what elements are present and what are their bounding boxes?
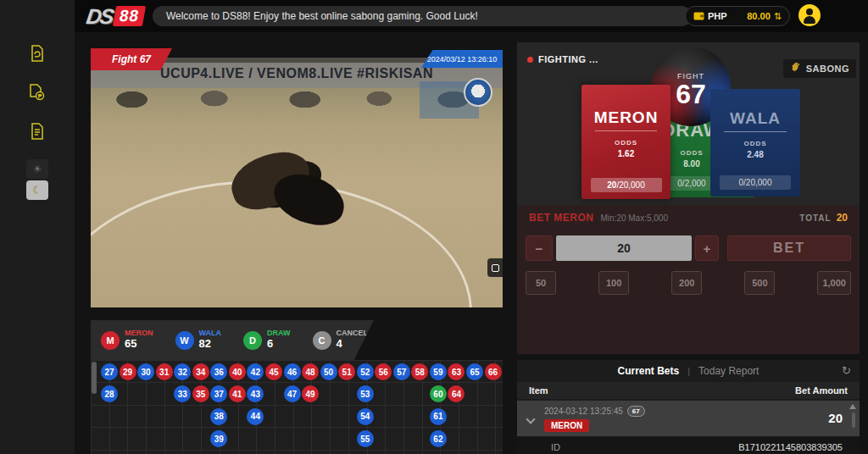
theme-dark-button[interactable]: ☾ xyxy=(26,180,48,200)
chevron-down-icon[interactable] xyxy=(526,414,535,424)
sidebar-item-records[interactable] xyxy=(26,122,48,144)
fight-number-banner: Fight 67 xyxy=(91,48,172,70)
sabong-badge[interactable]: SABONG xyxy=(783,59,856,78)
bet-amount-value: 20 xyxy=(828,411,843,425)
result-circle: 60 xyxy=(430,385,447,402)
results-summary: M MERON 65 W WALA 82 D DRAW 6 C CANCEL xyxy=(91,320,374,360)
bet-plus-button[interactable]: + xyxy=(695,235,719,261)
wala-title: WALA xyxy=(730,109,781,128)
result-circle: 56 xyxy=(375,363,392,380)
result-circle: 63 xyxy=(448,363,465,380)
result-circle: 28 xyxy=(101,385,118,402)
bet-id-row: ID B1710221145803839305 xyxy=(517,437,860,454)
balance-value: 80.00 xyxy=(747,11,771,21)
grid-scrollbar[interactable] xyxy=(92,362,97,394)
top-bar: DS 88 Welcome to DS88! Enjoy the best on… xyxy=(75,0,868,32)
amount-column-header: Bet Amount xyxy=(795,385,848,396)
stat-meron: M MERON 65 xyxy=(101,329,153,350)
doc-list-icon xyxy=(29,122,46,144)
bet-amount-input[interactable]: 20 xyxy=(556,235,692,261)
result-circle: 33 xyxy=(174,385,191,402)
result-circle: 49 xyxy=(302,385,319,402)
tab-current-bets[interactable]: Current Bets xyxy=(618,365,680,377)
wala-progress: 0/20,000 xyxy=(720,175,792,190)
welcome-banner: Welcome to DS88! Enjoy the best online s… xyxy=(153,6,692,26)
live-dot-icon xyxy=(527,57,533,63)
bet-minus-button[interactable]: − xyxy=(526,235,553,261)
fight-number-badge: 67 xyxy=(627,406,645,417)
video-stream[interactable]: UCUP4.LIVE / VENOM8.LIVE #RISKISAN xyxy=(91,58,503,307)
chip-200[interactable]: 200 xyxy=(671,271,702,295)
result-circle: 52 xyxy=(357,363,374,380)
balance-refresh-icon[interactable]: ⇅ xyxy=(774,11,782,22)
scroll-up-icon[interactable] xyxy=(849,404,856,409)
result-circle: 62 xyxy=(430,430,447,447)
stat-wala-count: 82 xyxy=(199,338,222,350)
doc-money-icon: ₱ xyxy=(28,83,47,105)
chip-500[interactable]: 500 xyxy=(744,271,775,295)
chip-50[interactable]: 50 xyxy=(526,271,556,295)
currency-pill[interactable]: PHP 80.00 ⇅ xyxy=(685,6,790,26)
stat-cancel: C CANCEL 4 xyxy=(313,329,369,350)
total-value: 20 xyxy=(837,212,848,224)
expand-video-button[interactable] xyxy=(487,258,503,277)
result-circle: 64 xyxy=(448,385,465,402)
video-player[interactable]: UCUP4.LIVE / VENOM8.LIVE #RISKISAN Fight… xyxy=(91,48,503,307)
result-circle: 47 xyxy=(284,385,301,402)
avatar-button[interactable] xyxy=(798,4,821,26)
meron-cap-part: /20,000 xyxy=(616,180,644,190)
cancel-circle-icon: C xyxy=(313,331,331,350)
stat-wala: W WALA 82 xyxy=(175,329,222,350)
wala-card[interactable]: WALA ODDS 2.48 0/20,000 xyxy=(710,89,800,197)
bet-time: 2024-03-12 13:25:45 xyxy=(544,407,623,416)
bet-limits: Min:20 Max:5,000 xyxy=(601,213,669,223)
chip-100[interactable]: 100 xyxy=(598,271,629,295)
result-circle: 38 xyxy=(210,408,227,425)
fight-status: FIGHTING ... xyxy=(527,54,598,64)
stat-draw: D DRAW 6 xyxy=(243,329,291,350)
theme-light-button[interactable]: ☀ xyxy=(26,159,48,179)
sidebar-item-history[interactable] xyxy=(26,44,48,66)
wala-odds-value: 2.48 xyxy=(747,150,763,159)
result-circle: 58 xyxy=(411,363,428,380)
bets-table-header: Item Bet Amount xyxy=(517,382,860,399)
bet-side-label: BET MERON xyxy=(529,212,594,224)
bet-row[interactable]: 2024-03-12 13:25:45 67 MERON 20 xyxy=(517,401,860,436)
result-circle: 35 xyxy=(192,385,209,402)
refresh-bets-icon[interactable]: ↻ xyxy=(842,364,851,377)
meron-divider xyxy=(595,130,658,131)
sidebar: ₱ ⚙ ☀ ☾ xyxy=(0,0,75,454)
meron-odds-label: ODDS xyxy=(615,139,637,147)
result-circle: 39 xyxy=(210,430,227,447)
status-text: FIGHTING ... xyxy=(538,54,598,64)
bet-controls: − 20 + BET xyxy=(517,235,860,261)
stat-meron-count: 65 xyxy=(125,338,153,350)
ds88-logo[interactable]: DS 88 xyxy=(86,4,144,29)
bets-scrollbar[interactable] xyxy=(852,412,855,428)
chip-1000[interactable]: 1,000 xyxy=(817,271,851,295)
sidebar-item-transactions[interactable]: ₱ xyxy=(26,83,48,105)
stat-cancel-count: 4 xyxy=(337,338,369,350)
betting-panel: FIGHTING ... SABONG DRAW ODDS 8.00 0/2,0… xyxy=(517,42,860,354)
result-circle: 42 xyxy=(247,363,264,380)
wala-odds-label: ODDS xyxy=(743,140,766,147)
result-circle: 59 xyxy=(430,363,447,380)
result-circle: 31 xyxy=(156,363,173,380)
bet-button[interactable]: BET xyxy=(727,235,851,261)
stream-logo-badge xyxy=(464,78,492,107)
meron-odds-value: 1.62 xyxy=(618,149,634,158)
draw-circle-icon: D xyxy=(243,331,262,350)
item-column-header: Item xyxy=(529,385,548,396)
result-circle: 29 xyxy=(120,363,136,380)
id-value: B1710221145803839305 xyxy=(738,442,843,452)
fight-number: 67 xyxy=(676,80,706,108)
result-circle: 46 xyxy=(284,363,301,380)
results-grid: 2728293031323334353637383940414243444546… xyxy=(91,360,503,454)
meron-card[interactable]: MERON ODDS 1.62 20/20,000 xyxy=(581,85,670,199)
tab-today-report[interactable]: Today Report xyxy=(698,365,759,377)
wala-circle-icon: W xyxy=(175,331,194,350)
meron-progress: 20/20,000 xyxy=(591,178,662,192)
result-circle: 41 xyxy=(229,385,246,402)
svg-text:₱: ₱ xyxy=(38,93,42,99)
result-circle: 32 xyxy=(174,363,191,380)
